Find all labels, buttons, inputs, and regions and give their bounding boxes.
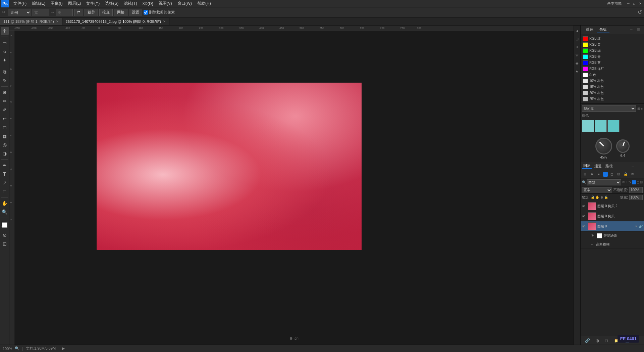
- swap-button[interactable]: ⇄: [74, 9, 83, 16]
- menu-layer[interactable]: 图层(L): [65, 0, 84, 7]
- my-swatch-3[interactable]: [607, 120, 620, 132]
- tool-dodge[interactable]: ◑: [1, 149, 9, 158]
- color-row-magenta[interactable]: RGB 洋红: [582, 66, 643, 72]
- crop-button[interactable]: 裁剪: [85, 9, 98, 16]
- layers-icon-mask[interactable]: ◻: [637, 180, 639, 184]
- tab-paths[interactable]: 路径: [604, 164, 614, 169]
- panel-icon-2[interactable]: ⊞: [574, 36, 580, 42]
- color-swatch-area[interactable]: [1, 221, 9, 229]
- tool-crop[interactable]: ⧉: [1, 68, 9, 76]
- add-adjustment-icon[interactable]: ◑: [596, 338, 599, 343]
- panel-icon-5[interactable]: ◈: [574, 60, 580, 66]
- panel-icon-3[interactable]: ✦: [574, 44, 580, 50]
- menu-view[interactable]: 视图(V): [156, 0, 175, 7]
- dial-knob-1[interactable]: [595, 138, 612, 155]
- color-row-white[interactable]: 白色: [582, 72, 643, 78]
- tool-path[interactable]: ↗: [1, 179, 9, 187]
- layer-eye-icon-3[interactable]: 👁: [582, 224, 587, 228]
- ratio-h-input[interactable]: [56, 9, 73, 16]
- menu-edit[interactable]: 编辑(E): [29, 0, 48, 7]
- opacity-input[interactable]: [629, 187, 643, 193]
- color-row-cyan[interactable]: RGB 青: [582, 54, 643, 60]
- layers-more-icon[interactable]: ⋯: [637, 171, 643, 177]
- tab-1-close[interactable]: ✕: [163, 20, 166, 23]
- tool-screen[interactable]: ⊡: [1, 240, 9, 248]
- tool-marquee[interactable]: ▭: [1, 39, 9, 47]
- tool-quickmask[interactable]: ⊙: [1, 231, 9, 239]
- layer-type-select[interactable]: 类型: [587, 179, 621, 185]
- grid-button[interactable]: 网格: [114, 9, 127, 16]
- color-row-gray20[interactable]: 20% 灰色: [582, 90, 643, 96]
- add-mask-icon[interactable]: ◻: [605, 338, 608, 343]
- my-swatch-1[interactable]: [582, 120, 594, 132]
- menu-file[interactable]: 文件(F): [11, 0, 29, 7]
- layers-icon-fx[interactable]: fx: [629, 180, 631, 184]
- maximize-button[interactable]: □: [632, 1, 637, 6]
- sublayer-gaussian-blur[interactable]: ↩ 高斯模糊 ⋯: [581, 240, 644, 249]
- menu-filter[interactable]: 滤镜(T): [121, 0, 140, 7]
- color-row-blue[interactable]: RGB 蓝: [582, 60, 643, 66]
- layer-item-0[interactable]: 👁 图层 0 ▼ 🔗: [581, 221, 644, 231]
- blend-mode-select[interactable]: 正常: [582, 187, 612, 193]
- layers-icon-smart2[interactable]: ⊡: [640, 180, 643, 184]
- tool-move[interactable]: ✛: [1, 27, 9, 35]
- layers-color-icon[interactable]: [603, 172, 608, 177]
- tool-wand[interactable]: ✦: [1, 56, 9, 64]
- menu-3d[interactable]: 3D(D): [140, 1, 156, 7]
- settings-button[interactable]: 设置: [129, 9, 142, 16]
- my-swatch-2[interactable]: [595, 120, 607, 132]
- ratio-select[interactable]: 比例: [8, 9, 31, 16]
- foreground-color[interactable]: [2, 222, 7, 228]
- color-row-gray10[interactable]: 10% 灰色: [582, 78, 643, 84]
- zoom-icon[interactable]: 🔍: [15, 346, 19, 351]
- add-link-icon[interactable]: 🔗: [585, 338, 590, 343]
- ratio-w-input[interactable]: [33, 9, 49, 16]
- color-row-red[interactable]: RGB 红: [582, 36, 643, 42]
- tab-channels[interactable]: 通道: [593, 164, 603, 169]
- tool-heal[interactable]: ⊕: [1, 88, 9, 96]
- grid-view-icon[interactable]: ⊞: [637, 107, 640, 111]
- color-row-green[interactable]: RGB 绿: [582, 48, 643, 54]
- straighten-button[interactable]: 拉直: [99, 9, 113, 16]
- layers-effect-icon[interactable]: ★: [596, 171, 602, 177]
- canvas-viewport[interactable]: ⊕ .cn: [14, 31, 574, 345]
- tool-gradient[interactable]: ▦: [1, 132, 9, 140]
- tab-color[interactable]: 颜色: [583, 26, 596, 33]
- tab-1[interactable]: 2531170_140729406616_2.jpg @ 100% (图层 0,…: [62, 18, 170, 25]
- tool-hand[interactable]: ✋: [1, 199, 9, 207]
- menu-help[interactable]: 帮助(H): [195, 0, 214, 7]
- tool-shape[interactable]: □: [1, 187, 9, 195]
- menu-select[interactable]: 选择(S): [102, 0, 121, 7]
- layers-minimize-icon[interactable]: ─: [630, 163, 636, 169]
- menu-image[interactable]: 图像(I): [48, 0, 65, 7]
- tool-blur[interactable]: ◎: [1, 141, 9, 149]
- close-button[interactable]: ✕: [638, 1, 643, 6]
- layer-eye-icon-2[interactable]: 👁: [582, 214, 587, 218]
- layer-link-icon[interactable]: 🔗: [639, 225, 643, 228]
- tab-swatches[interactable]: 色板: [597, 26, 609, 33]
- library-select[interactable]: 我的库: [582, 105, 636, 112]
- layer-eye-icon[interactable]: 👁: [582, 204, 587, 208]
- tool-eyedropper[interactable]: ✎: [1, 77, 9, 85]
- layers-lock-icon[interactable]: 🔒: [623, 171, 629, 177]
- color-row-gray15[interactable]: 15% 灰色: [582, 84, 643, 90]
- layers-mask-icon[interactable]: ◻: [609, 171, 615, 177]
- layer-item-copy2[interactable]: 👁 图层 0 拷贝 2: [581, 201, 644, 211]
- tab-layers[interactable]: 图层: [582, 163, 592, 169]
- layers-icon-t[interactable]: T: [626, 180, 628, 184]
- panel-icon-1[interactable]: ◀: [574, 28, 580, 34]
- forward-arrow[interactable]: ▶: [62, 346, 65, 351]
- menu-type[interactable]: 文字(Y): [84, 0, 102, 7]
- fill-input[interactable]: [629, 195, 643, 200]
- delete-pixels-checkbox-label[interactable]: 删除裁剪的像素: [144, 9, 175, 16]
- layers-hide-icon[interactable]: 👁: [630, 171, 636, 177]
- minimize-button[interactable]: ─: [626, 1, 631, 6]
- filter-eye-icon[interactable]: 👁: [591, 234, 594, 237]
- panel-icon-6[interactable]: ★: [574, 69, 580, 74]
- layers-menu-icon[interactable]: ☰: [637, 163, 643, 169]
- layer-expand-icon[interactable]: ▼: [635, 225, 638, 228]
- panel-minimize-icon[interactable]: ─: [628, 27, 634, 33]
- panel-icon-4[interactable]: ▽: [574, 52, 580, 58]
- panel-menu-icon[interactable]: ☰: [635, 27, 641, 33]
- menu-window[interactable]: 窗口(W): [175, 0, 195, 7]
